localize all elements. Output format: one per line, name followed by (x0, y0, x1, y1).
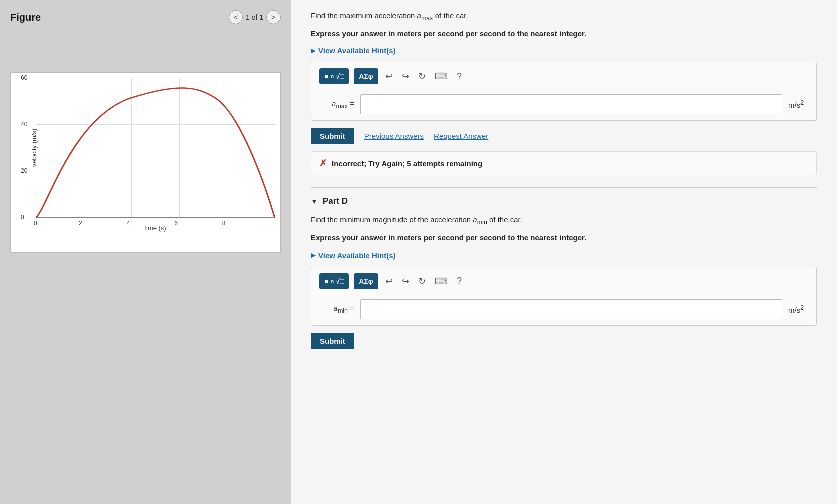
part-d-submit-row: Submit (311, 333, 817, 349)
part-d-unit: m/s2 (788, 304, 808, 314)
part-d-sqrt-symbol: √□ (336, 277, 344, 285)
part-d-answer-box: ■ n √□ ΑΣφ ↩ ↪ ↻ ⌨ ? amin = m/s2 (311, 267, 817, 326)
part-d-answer-label: amin = (319, 304, 354, 314)
part-d-answer-row: amin = m/s2 (319, 299, 808, 319)
part-c-toolbar: ■ n √□ ΑΣφ ↩ ↪ ↻ ⌨ ? (319, 68, 808, 88)
error-icon: ✗ (319, 158, 327, 169)
y-tick-40: 40 (21, 121, 27, 128)
part-d-collapse-icon[interactable]: ▼ (311, 197, 318, 205)
math-icon: ■ (324, 72, 328, 80)
sqrt-icon: n (330, 73, 334, 79)
request-answer-button[interactable]: Request Answer (434, 132, 488, 140)
previous-answers-button[interactable]: Previous Answers (364, 132, 424, 140)
x-tick-0: 0 (34, 220, 37, 227)
part-c-submit-button[interactable]: Submit (311, 128, 354, 144)
part-d-help-button[interactable]: ? (455, 274, 464, 288)
part-d-sqrt-icon: n (330, 278, 334, 284)
y-tick-0: 0 (21, 214, 24, 221)
part-c-section: Find the maximum acceleration amax of th… (311, 10, 817, 175)
hint-arrow-icon: ▶ (311, 47, 315, 54)
redo-button[interactable]: ↪ (400, 69, 411, 84)
x-tick-8: 8 (222, 220, 226, 227)
right-panel: Find the maximum acceleration amax of th… (291, 0, 837, 504)
y-tick-60: 60 (21, 74, 27, 81)
error-text: Incorrect; Try Again; 5 attempts remaini… (332, 159, 482, 168)
chart-area: velocity (m/s) 0 20 4 (36, 78, 275, 218)
part-d-hint-toggle[interactable]: ▶ View Available Hint(s) (311, 251, 817, 260)
part-d-math-button[interactable]: ■ n √□ (319, 273, 349, 289)
part-c-answer-label: amax = (319, 99, 354, 110)
math-button[interactable]: ■ n √□ (319, 68, 349, 84)
part-c-answer-input[interactable] (360, 94, 782, 114)
hint-toggle-label: View Available Hint(s) (318, 46, 396, 55)
nav-page-label: 1 of 1 (246, 13, 263, 21)
part-d-refresh-button[interactable]: ↻ (416, 274, 428, 289)
part-d-title: Part D (323, 196, 348, 206)
next-figure-button[interactable]: > (266, 10, 281, 24)
part-d-toolbar: ■ n √□ ΑΣφ ↩ ↪ ↻ ⌨ ? (319, 273, 808, 293)
grid-v-10 (275, 78, 275, 218)
chart-container: velocity (m/s) 0 20 4 (10, 72, 281, 253)
sqrt-symbol: √□ (336, 72, 344, 80)
part-d-keyboard-button[interactable]: ⌨ (433, 274, 450, 289)
part-d-header: ▼ Part D (311, 196, 817, 206)
part-d-problem-text: Find the minimum magnitude of the accele… (311, 214, 817, 227)
x-tick-2: 2 (79, 220, 82, 227)
part-d-redo-button[interactable]: ↪ (400, 274, 411, 289)
undo-button[interactable]: ↩ (383, 69, 395, 84)
part-c-answer-box: ■ n √□ ΑΣφ ↩ ↪ ↻ ⌨ ? amax = m/s2 (311, 62, 817, 121)
x-tick-6: 6 (174, 220, 178, 227)
figure-title: Figure (10, 12, 41, 23)
part-c-answer-row: amax = m/s2 (319, 94, 808, 114)
keyboard-button[interactable]: ⌨ (433, 69, 450, 84)
part-c-problem-text: Find the maximum acceleration amax of th… (311, 10, 817, 23)
part-d-answer-input[interactable] (360, 299, 782, 319)
prev-figure-button[interactable]: < (229, 10, 243, 24)
part-d-greek-button[interactable]: ΑΣφ (354, 273, 378, 289)
figure-nav: < 1 of 1 > (229, 10, 281, 24)
part-d-math-icon: ■ (324, 277, 328, 285)
part-c-submit-row: Submit Previous Answers Request Answer (311, 128, 817, 144)
part-c-unit: m/s2 (788, 99, 808, 109)
error-box: ✗ Incorrect; Try Again; 5 attempts remai… (311, 151, 817, 175)
chart-svg (36, 78, 275, 218)
part-d-hint-toggle-label: View Available Hint(s) (318, 251, 396, 260)
refresh-button[interactable]: ↻ (416, 69, 428, 84)
part-d-submit-button[interactable]: Submit (311, 333, 354, 349)
part-c-instructions: Express your answer in meters per second… (311, 28, 817, 40)
figure-header: Figure < 1 of 1 > (10, 10, 281, 24)
part-c-hint-toggle[interactable]: ▶ View Available Hint(s) (311, 46, 817, 55)
part-d-instructions: Express your answer in meters per second… (311, 232, 817, 244)
help-button[interactable]: ? (455, 69, 464, 84)
y-tick-20: 20 (21, 167, 27, 174)
x-axis-label: time (s) (144, 224, 166, 232)
part-d-hint-arrow-icon: ▶ (311, 251, 315, 259)
part-d-undo-button[interactable]: ↩ (383, 274, 395, 289)
greek-button[interactable]: ΑΣφ (354, 68, 378, 84)
part-d-section: ▼ Part D Find the minimum magnitude of t… (311, 187, 817, 349)
left-panel: Figure < 1 of 1 > velocity (m/s) (0, 0, 291, 504)
x-tick-4: 4 (127, 220, 130, 227)
